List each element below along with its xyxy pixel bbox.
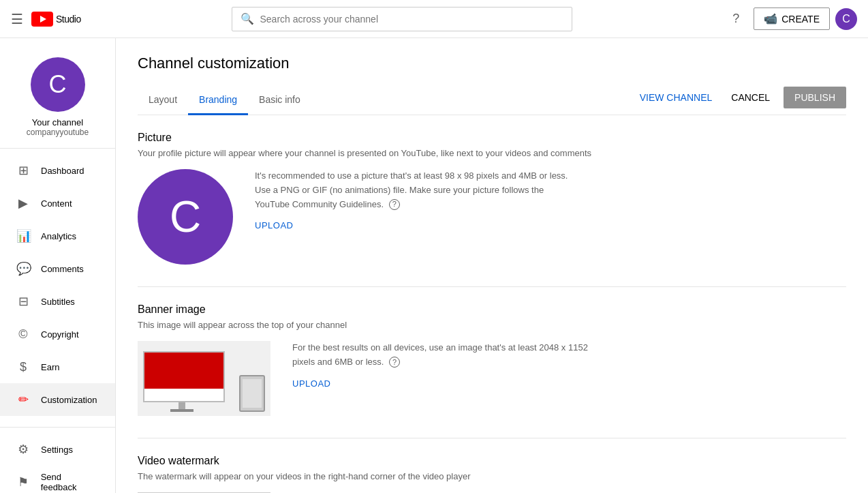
picture-section-subtitle: Your profile picture will appear where y… [138, 148, 846, 158]
help-button[interactable]: ? [724, 7, 748, 31]
sidebar-channel-avatar: C [31, 57, 85, 112]
picture-info-panel: It's recommended to use a picture that's… [255, 169, 568, 230]
comments-icon: 💬 [16, 261, 30, 276]
subtitles-icon: ⊟ [16, 294, 30, 309]
banner-section-title: Banner image [138, 303, 846, 316]
main-content: Channel customization Layout Branding Ba… [116, 38, 868, 493]
picture-upload-button[interactable]: UPLOAD [255, 220, 293, 230]
search-icon: 🔍 [241, 12, 254, 25]
banner-desktop-screen-bottom [144, 389, 223, 401]
banner-monitor-base [170, 409, 193, 412]
avatar-letter: C [842, 13, 850, 25]
sidebar-item-label: Content [41, 198, 72, 209]
banner-info-panel: For the best results on all devices, use… [292, 341, 606, 389]
sidebar-item-label: Subtitles [41, 297, 75, 307]
content-icon: ▶ [16, 196, 30, 211]
banner-upload-button[interactable]: UPLOAD [292, 378, 330, 389]
youtube-studio-logo[interactable]: Studio [31, 12, 81, 27]
picture-preview: C [138, 169, 233, 265]
sidebar-item-analytics[interactable]: 📊 Analytics [0, 220, 115, 252]
sidebar-item-send-feedback[interactable]: ⚑ Send feedback [0, 466, 115, 493]
sidebar-item-label: Comments [41, 264, 84, 274]
watermark-section-subtitle: The watermark will appear on your videos… [138, 471, 846, 481]
picture-help-icon[interactable]: ? [389, 199, 400, 210]
tabs-row: Layout Branding Basic info VIEW CHANNEL … [138, 86, 846, 115]
dashboard-icon: ⊞ [16, 163, 30, 178]
search-input[interactable] [260, 14, 563, 25]
banner-tablet-screen [243, 379, 262, 408]
tab-branding[interactable]: Branding [188, 86, 248, 115]
search-bar: 🔍 [232, 7, 572, 31]
sidebar-item-label: Customization [41, 395, 97, 405]
sidebar-item-label: Analytics [41, 231, 76, 241]
sidebar-item-customization[interactable]: ✏ Customization [0, 383, 115, 416]
top-navigation: ☰ Studio 🔍 ? 📹 CREATE C [0, 0, 868, 38]
divider-1 [138, 286, 846, 287]
sidebar-item-settings[interactable]: ⚙ Settings [0, 433, 115, 466]
banner-monitor-stand [179, 402, 185, 409]
create-icon: 📹 [764, 12, 777, 25]
divider-2 [138, 438, 846, 438]
view-channel-button[interactable]: VIEW CHANNEL [634, 88, 718, 107]
watermark-section-title: Video watermark [138, 455, 846, 467]
picture-section: Picture Your profile picture will appear… [138, 132, 846, 265]
picture-avatar-letter: C [170, 192, 201, 242]
sidebar-nav: ⊞ Dashboard ▶ Content 📊 Analytics 💬 Comm… [0, 149, 115, 421]
publish-button[interactable]: PUBLISH [784, 87, 846, 108]
sidebar-item-label: Earn [41, 362, 59, 372]
send-feedback-icon: ⚑ [16, 475, 30, 490]
tab-actions: VIEW CHANNEL CANCEL PUBLISH [634, 87, 846, 114]
banner-desktop [143, 351, 225, 402]
picture-section-content: C It's recommended to use a picture that… [138, 169, 846, 265]
sidebar-item-comments[interactable]: 💬 Comments [0, 252, 115, 285]
cancel-button[interactable]: CANCEL [726, 88, 775, 107]
banner-preview [138, 341, 270, 416]
earn-icon: $ [16, 360, 30, 374]
sidebar-item-dashboard[interactable]: ⊞ Dashboard [0, 154, 115, 187]
sidebar-item-label: Dashboard [41, 166, 84, 176]
banner-section: Banner image This image will appear acro… [138, 303, 846, 416]
banner-section-subtitle: This image will appear across the top of… [138, 320, 846, 330]
watermark-section: Video watermark The watermark will appea… [138, 455, 846, 493]
sidebar-item-earn[interactable]: $ Earn [0, 350, 115, 383]
sidebar-item-copyright[interactable]: © Copyright [0, 318, 115, 350]
banner-section-content: For the best results on all devices, use… [138, 341, 846, 416]
sidebar-item-label: Send feedback [41, 472, 99, 492]
picture-section-title: Picture [138, 132, 846, 144]
sidebar-channel-info: C Your channel companyyoutube [0, 44, 115, 149]
sidebar-channel-handle: companyyoutube [27, 128, 89, 137]
picture-info-text: It's recommended to use a picture that's… [255, 169, 568, 211]
studio-text: Studio [56, 14, 81, 25]
user-avatar[interactable]: C [835, 8, 857, 30]
analytics-icon: 📊 [16, 228, 30, 243]
sidebar-item-label: Settings [41, 445, 73, 455]
customization-icon: ✏ [16, 392, 30, 407]
create-label: CREATE [781, 14, 820, 25]
tab-layout[interactable]: Layout [138, 86, 188, 115]
hamburger-menu-icon[interactable]: ☰ [11, 11, 23, 27]
sidebar-item-subtitles[interactable]: ⊟ Subtitles [0, 285, 115, 318]
banner-help-icon[interactable]: ? [389, 357, 400, 368]
banner-info-text: For the best results on all devices, use… [292, 341, 606, 370]
copyright-icon: © [16, 327, 30, 342]
banner-tablet [239, 375, 265, 412]
sidebar-item-content[interactable]: ▶ Content [0, 187, 115, 220]
sidebar-bottom: ⚙ Settings ⚑ Send feedback [0, 427, 115, 493]
create-button[interactable]: 📹 CREATE [754, 8, 830, 30]
sidebar-item-label: Copyright [41, 329, 79, 340]
settings-icon: ⚙ [16, 442, 30, 457]
tab-basic-info[interactable]: Basic info [248, 86, 311, 115]
page-title: Channel customization [138, 55, 846, 72]
sidebar: C Your channel companyyoutube ⊞ Dashboar… [0, 38, 116, 493]
sidebar-channel-name: Your channel [32, 117, 83, 128]
